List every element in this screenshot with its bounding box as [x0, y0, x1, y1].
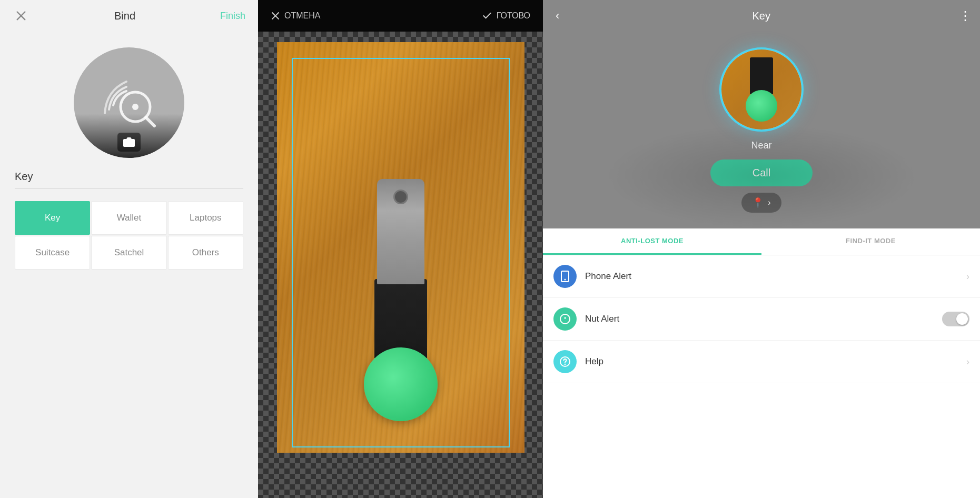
bind-panel: Bind Finish Key Key Wallet — [0, 0, 258, 498]
location-icon: 📍 — [752, 197, 764, 208]
help-icon — [559, 355, 571, 368]
category-key[interactable]: Key — [15, 201, 90, 235]
key-black-cover — [374, 279, 427, 358]
nut-alert-toggle[interactable] — [942, 312, 969, 326]
panel1-title: Bind — [29, 10, 220, 22]
tab-find-it[interactable]: FIND-IT MODE — [761, 228, 980, 255]
category-others[interactable]: Others — [168, 236, 243, 270]
nut-icon — [559, 313, 571, 325]
camera-panel: ОТМЕНА ГОТОВО — [258, 0, 543, 498]
nut-alert-label: Nut Alert — [585, 314, 942, 324]
photo-background — [277, 42, 524, 453]
category-wallet[interactable]: Wallet — [91, 201, 166, 235]
device-avatar — [74, 47, 184, 158]
nut-alert-item[interactable]: Nut Alert — [543, 298, 980, 341]
done-button[interactable]: ГОТОВО — [482, 11, 530, 21]
camera-icon — [123, 136, 135, 148]
photo-area — [258, 32, 543, 498]
finish-button[interactable]: Finish — [220, 11, 245, 22]
phone-alert-arrow-icon: › — [966, 271, 969, 282]
dev-key-black — [750, 57, 773, 94]
svg-point-4 — [132, 104, 138, 110]
phone-alert-icon-circle — [553, 265, 577, 288]
key-hole — [393, 190, 408, 204]
dev-key-green — [746, 90, 777, 122]
category-suitcase[interactable]: Suitcase — [15, 236, 90, 270]
panel1-header: Bind Finish — [0, 0, 258, 32]
device-avatar-inner — [721, 49, 801, 130]
cancel-button[interactable]: ОТМЕНА — [271, 11, 320, 21]
close-button[interactable] — [13, 7, 29, 24]
phone-icon — [559, 270, 571, 283]
key-metal — [377, 179, 424, 284]
help-item[interactable]: Help › — [543, 341, 980, 383]
svg-point-12 — [565, 364, 566, 365]
done-check-icon — [482, 11, 492, 21]
location-arrow-icon: › — [768, 198, 770, 207]
help-label: Help — [585, 356, 966, 367]
svg-point-9 — [565, 279, 566, 281]
phone-alert-label: Phone Alert — [585, 271, 966, 282]
device-avatar-key — [746, 57, 777, 122]
nut-alert-icon-circle — [553, 307, 577, 331]
more-button[interactable]: ⋮ — [959, 8, 972, 23]
panel3-title: Key — [563, 10, 959, 22]
device-detail-panel: ‹ Key ⋮ Near Call 📍 › ANTI-LOST MODE FIN… — [543, 0, 980, 498]
category-grid: Key Wallet Laptops Suitcase Satchel Othe… — [0, 193, 258, 278]
done-label: ГОТОВО — [497, 11, 530, 21]
device-name-label: Key — [15, 171, 243, 183]
category-laptops[interactable]: Laptops — [168, 201, 243, 235]
panel2-header: ОТМЕНА ГОТОВО — [258, 0, 543, 32]
svg-point-5 — [127, 141, 131, 145]
camera-button[interactable] — [117, 133, 141, 152]
help-arrow-icon: › — [966, 356, 969, 367]
help-icon-circle — [553, 350, 577, 373]
device-name-section: Key — [0, 158, 258, 193]
device-hero: Near Call 📍 › — [543, 32, 980, 228]
device-name-underline — [15, 188, 243, 188]
back-button[interactable]: ‹ — [551, 7, 563, 25]
key-green-circle — [364, 347, 438, 421]
photo-container — [277, 42, 524, 453]
settings-list: Phone Alert › Nut Alert He — [543, 255, 980, 498]
cancel-label: ОТМЕНА — [284, 11, 320, 21]
phone-alert-item[interactable]: Phone Alert › — [543, 255, 980, 298]
key-object — [364, 179, 438, 421]
device-avatar-ring — [719, 47, 804, 132]
tab-anti-lost[interactable]: ANTI-LOST MODE — [543, 228, 761, 255]
status-text: Near — [751, 140, 771, 151]
svg-line-3 — [146, 117, 154, 126]
call-button[interactable]: Call — [710, 160, 813, 186]
cancel-x-icon — [271, 11, 280, 21]
radar-icon — [97, 71, 161, 134]
location-pill[interactable]: 📍 › — [741, 193, 781, 213]
panel3-header: ‹ Key ⋮ — [543, 0, 980, 32]
category-satchel[interactable]: Satchel — [91, 236, 166, 270]
mode-tabs: ANTI-LOST MODE FIND-IT MODE — [543, 228, 980, 255]
